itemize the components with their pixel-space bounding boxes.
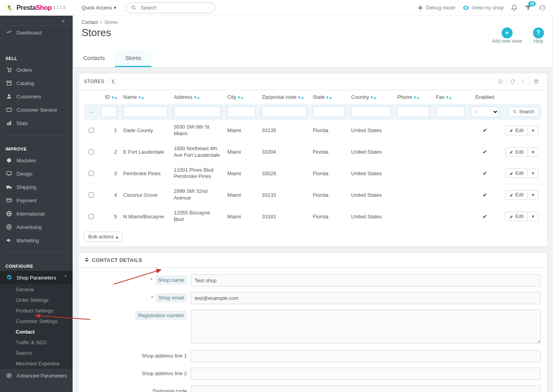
- sidebar-item-marketing[interactable]: Marketing: [0, 234, 73, 247]
- sidebar-item-shop-parameters[interactable]: Shop Parameters ˄: [0, 271, 73, 284]
- sort-icon[interactable]: ▼▲: [297, 95, 304, 100]
- debug-mode-link[interactable]: Debug mode: [417, 4, 455, 11]
- sidebar-item-shipping[interactable]: Shipping: [0, 180, 73, 194]
- sub-item-customer-settings[interactable]: Customer Settings: [0, 316, 73, 327]
- sub-item-general[interactable]: General: [0, 284, 73, 295]
- sidebar-item-stats[interactable]: Stats: [0, 116, 73, 130]
- edit-button[interactable]: Edit: [506, 191, 527, 199]
- col-zip[interactable]: Zip/postal code: [262, 94, 296, 100]
- tool-export-button[interactable]: [530, 77, 542, 86]
- sidebar-item-advertising[interactable]: Advertising: [0, 220, 73, 234]
- col-id[interactable]: ID: [105, 94, 110, 100]
- row-dropdown-button[interactable]: ▾: [527, 212, 538, 221]
- filter-fax-input[interactable]: [436, 106, 464, 117]
- sort-icon[interactable]: ▼▲: [325, 95, 332, 100]
- cell-enabled[interactable]: ✔: [467, 141, 502, 163]
- col-address[interactable]: Address: [174, 94, 193, 100]
- col-phone[interactable]: Phone: [397, 94, 412, 100]
- sort-icon[interactable]: ▼▲: [237, 95, 243, 100]
- zip-input[interactable]: [191, 385, 541, 392]
- row-checkbox[interactable]: [89, 149, 94, 154]
- tool-refresh-button[interactable]: [506, 77, 518, 86]
- col-state[interactable]: State: [313, 94, 325, 100]
- edit-button[interactable]: Edit: [506, 148, 527, 156]
- filter-country-input[interactable]: [351, 106, 391, 117]
- search-box[interactable]: [125, 2, 215, 13]
- sort-icon[interactable]: ▼▲: [413, 95, 419, 100]
- col-fax[interactable]: Fax: [436, 94, 445, 100]
- cell-enabled[interactable]: ✔: [467, 120, 502, 142]
- gamification-button[interactable]: 15: [525, 4, 532, 11]
- table-row[interactable]: 2E Fort Lauderdale1000 Northeast 4th Ave…: [84, 141, 542, 163]
- tool-add-button[interactable]: [495, 77, 506, 86]
- cell-enabled[interactable]: ✔: [467, 184, 502, 206]
- sort-icon[interactable]: ▼▲: [370, 95, 376, 100]
- sort-icon[interactable]: ▼▲: [445, 95, 451, 100]
- table-row[interactable]: 4Coconut Grove2999 SW 32nd AvenueMiami33…: [84, 184, 542, 206]
- sort-icon[interactable]: ▼▲: [111, 95, 117, 100]
- add-new-store-button[interactable]: + Add new store: [492, 27, 522, 44]
- sidebar-item-payment[interactable]: Payment: [0, 194, 73, 207]
- sort-icon[interactable]: ▼▲: [138, 95, 144, 100]
- sidebar-item-international[interactable]: International: [0, 207, 73, 220]
- logo[interactable]: 🦜 PrestaShop 1.7.7.3: [0, 4, 71, 12]
- sub-item-order-settings[interactable]: Order Settings: [0, 295, 73, 305]
- sub-item-traffic[interactable]: Traffic & SEO: [0, 337, 73, 348]
- row-checkbox[interactable]: [89, 128, 94, 133]
- bulk-actions-button[interactable]: Bulk actions ▴: [84, 232, 122, 242]
- tab-stores[interactable]: Stores: [115, 50, 151, 67]
- view-shop-link[interactable]: View my shop: [462, 4, 504, 11]
- row-checkbox[interactable]: [89, 192, 94, 198]
- sidebar-item-dashboard[interactable]: Dashboard: [0, 26, 73, 39]
- filter-id-input[interactable]: [101, 106, 117, 117]
- shop-name-input[interactable]: [191, 274, 541, 287]
- sidebar-item-customer-service[interactable]: Customer Service: [0, 103, 73, 116]
- cell-enabled[interactable]: ✔: [467, 163, 502, 184]
- sort-icon[interactable]: ▼▲: [193, 95, 199, 100]
- sub-item-product-settings[interactable]: Product Settings: [0, 305, 73, 316]
- filter-city-input[interactable]: [227, 106, 256, 117]
- sidebar-collapse-button[interactable]: «: [0, 16, 73, 26]
- cell-enabled[interactable]: ✔: [467, 206, 502, 227]
- row-dropdown-button[interactable]: ▾: [527, 126, 538, 135]
- filter-phone-input[interactable]: [397, 106, 429, 117]
- tab-contacts[interactable]: Contacts: [73, 50, 115, 67]
- addr2-input[interactable]: [191, 368, 541, 380]
- tool-sql-button[interactable]: >_: [518, 77, 530, 86]
- table-row[interactable]: 5N Miami/Biscayne12055 Biscayne BlvdMiam…: [84, 206, 542, 227]
- sub-item-merchant[interactable]: Merchant Expertise: [0, 358, 73, 369]
- sidebar-item-modules[interactable]: Modules: [0, 154, 73, 167]
- sidebar-item-orders[interactable]: Orders: [0, 63, 73, 76]
- filter-state-input[interactable]: [313, 106, 345, 117]
- row-checkbox[interactable]: [89, 171, 94, 176]
- row-checkbox[interactable]: [89, 214, 94, 219]
- col-city[interactable]: City: [227, 94, 236, 100]
- addr1-input[interactable]: [191, 350, 541, 362]
- breadcrumb-contact[interactable]: Contact: [82, 20, 98, 25]
- edit-button[interactable]: Edit: [506, 212, 527, 221]
- filter-enabled-select[interactable]: -: [471, 106, 499, 117]
- col-name[interactable]: Name: [123, 94, 137, 100]
- edit-button[interactable]: Edit: [506, 169, 527, 178]
- notifications-button[interactable]: [511, 4, 518, 11]
- edit-button[interactable]: Edit: [506, 126, 527, 135]
- filter-name-input[interactable]: [123, 106, 168, 117]
- sub-item-search[interactable]: Search: [0, 348, 73, 358]
- help-button[interactable]: ? Help: [533, 27, 544, 44]
- sidebar-item-customers[interactable]: Customers: [0, 90, 73, 103]
- filter-address-input[interactable]: [174, 106, 221, 117]
- table-row[interactable]: 3Pembroke Pines11001 Pines Blvd Pembroke…: [84, 163, 542, 184]
- filter-zip-input[interactable]: [262, 106, 307, 117]
- sidebar-item-advanced-parameters[interactable]: Advanced Parameters: [0, 369, 73, 382]
- sidebar-item-catalog[interactable]: Catalog: [0, 76, 73, 90]
- sub-item-contact[interactable]: Contact: [0, 327, 73, 337]
- registration-number-input[interactable]: [191, 310, 541, 343]
- row-dropdown-button[interactable]: ▾: [527, 191, 538, 199]
- row-dropdown-button[interactable]: ▾: [527, 148, 538, 156]
- col-country[interactable]: Country: [351, 94, 369, 100]
- profile-button[interactable]: [539, 4, 546, 11]
- sidebar-item-design[interactable]: Design: [0, 167, 73, 180]
- search-button[interactable]: Search: [508, 107, 538, 117]
- search-input[interactable]: [140, 4, 210, 11]
- quick-access-menu[interactable]: Quick Access ▾: [82, 5, 117, 11]
